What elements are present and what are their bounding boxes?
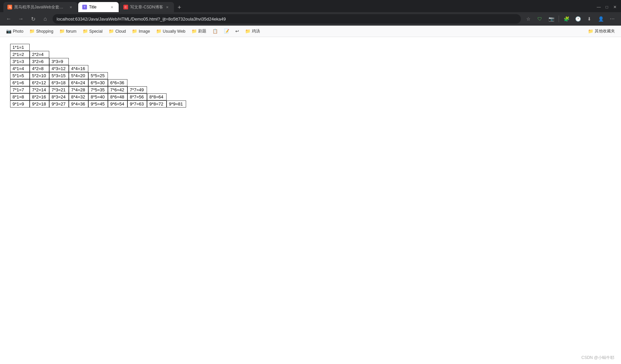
tab-2[interactable]: T Title ✕ (78, 2, 119, 12)
tab-2-close[interactable]: ✕ (109, 4, 115, 10)
history-icon[interactable]: 🕐 (573, 14, 583, 24)
bookmark-jitang[interactable]: 📁 鸡汤 (242, 27, 263, 35)
profile-icon[interactable]: 👤 (596, 14, 605, 24)
bookmark-forum[interactable]: 📁 forum (57, 28, 79, 35)
address-input[interactable] (53, 14, 521, 24)
table-row: 3*1=33*2=63*3=9 (10, 58, 614, 65)
bookmark-photo-label: Photo (13, 29, 23, 34)
table-cell: 8*6=48 (108, 93, 127, 100)
table-cell: 4*1=4 (10, 65, 30, 72)
table-cell: 7*1=7 (10, 86, 30, 93)
tab-3[interactable]: C 写文章-CSDN博客 ✕ (119, 2, 174, 12)
table-cell: 9*2=18 (30, 100, 49, 108)
table-cell: 8*1=8 (10, 93, 30, 100)
bookmark-icon3[interactable]: ↩ (233, 28, 242, 35)
table-cell: 9*4=36 (69, 100, 88, 108)
table-cell: 4*2=8 (30, 65, 49, 72)
table-cell: 8*2=16 (30, 93, 49, 100)
divider (559, 16, 559, 22)
table-cell: 7*4=28 (69, 86, 88, 93)
bookmark-photo[interactable]: 📷 Photo (3, 28, 26, 35)
table-row: 6*1=66*2=126*3=186*4=246*5=306*6=36 (10, 79, 614, 86)
bookmark-usually-web[interactable]: 📁 Usually Web (153, 28, 188, 35)
page-content: 1*1=12*1=22*2=43*1=33*2=63*3=94*1=44*2=8… (0, 37, 621, 340)
table-cell: 3*2=6 (30, 58, 49, 65)
folder-icon: 📁 (29, 29, 35, 34)
bookmark-special[interactable]: 📁 Special (80, 28, 105, 35)
table-cell: 9*8=72 (147, 100, 167, 108)
table-cell: 8*8=64 (147, 93, 167, 100)
bookmark-icon1[interactable]: 📋 (210, 28, 220, 35)
table-cell: 7*2=14 (30, 86, 49, 93)
folder-icon: 📁 (156, 29, 161, 34)
table-cell: 3*3=9 (49, 58, 69, 65)
bookmark-shopping[interactable]: 📁 Shopping (27, 28, 56, 35)
table-cell: 3*1=3 (10, 58, 30, 65)
table-cell: 9*9=81 (167, 100, 186, 108)
download-icon[interactable]: ⬇ (585, 14, 594, 24)
table-cell: 8*5=40 (88, 93, 108, 100)
window-controls: — □ ✕ (596, 4, 618, 10)
reload-button[interactable]: ↻ (28, 14, 38, 24)
table-cell: 7*5=35 (88, 86, 108, 93)
bookmark-other[interactable]: 📁 其他收藏夹 (585, 27, 618, 35)
tab-2-title: Title (89, 5, 108, 9)
bookmark-juti[interactable]: 📁 剧题 (189, 27, 209, 35)
folder-icon: 📁 (59, 29, 65, 34)
forward-button[interactable]: → (16, 14, 26, 24)
table-row: 1*1=1 (10, 44, 614, 51)
tab-3-title: 写文章-CSDN博客 (130, 4, 163, 10)
tabs-area: 马 黑马程序员JavaWeb全套教程, ✕ T Title ✕ C 写文章-CS… (3, 2, 592, 12)
table-cell: 2*2=4 (30, 51, 49, 58)
app-icon2: 📝 (224, 29, 229, 34)
bookmark-cloud[interactable]: 📁 Cloud (106, 28, 128, 35)
bookmark-shopping-label: Shopping (36, 29, 53, 34)
table-cell: 2*1=2 (10, 51, 30, 58)
table-cell: 6*6=36 (108, 79, 127, 86)
table-cell: 5*1=5 (10, 72, 30, 79)
tab-3-favicon: C (123, 5, 128, 9)
folder-icon: 📁 (191, 29, 197, 34)
star-icon[interactable]: ☆ (524, 14, 533, 24)
tab-3-close[interactable]: ✕ (165, 4, 170, 10)
screenshot-icon[interactable]: 📷 (546, 14, 556, 24)
table-cell: 6*3=18 (49, 79, 69, 86)
bookmark-image[interactable]: 📁 Image (129, 28, 152, 35)
table-cell: 9*6=54 (108, 100, 127, 108)
address-icons: ☆ 🛡 📷 🧩 🕐 ⬇ 👤 ⋯ (524, 14, 617, 24)
maximize-button[interactable]: □ (604, 4, 610, 10)
menu-icon[interactable]: ⋯ (608, 14, 617, 24)
table-cell: 7*3=21 (49, 86, 69, 93)
bookmark-cloud-label: Cloud (115, 29, 126, 34)
tab-2-favicon: T (82, 5, 87, 9)
folder-icon: 📁 (132, 29, 137, 34)
table-cell: 7*7=49 (127, 86, 147, 93)
folder-icon: 📁 (245, 29, 250, 34)
table-cell: 5*2=10 (30, 72, 49, 79)
table-cell: 8*4=32 (69, 93, 88, 100)
minimize-button[interactable]: — (596, 4, 601, 10)
tab-1[interactable]: 马 黑马程序员JavaWeb全套教程, ✕ (3, 2, 78, 12)
table-cell: 9*7=63 (127, 100, 147, 108)
tab-1-close[interactable]: ✕ (68, 4, 73, 10)
address-bar: ← → ↻ ⌂ ☆ 🛡 📷 🧩 🕐 ⬇ 👤 ⋯ (0, 12, 621, 26)
back-button[interactable]: ← (4, 14, 13, 24)
extension-icon[interactable]: 🧩 (562, 14, 571, 24)
bookmarks-bar: 📷 Photo 📁 Shopping 📁 forum 📁 Special 📁 C… (0, 26, 621, 37)
app-icon3: ↩ (235, 29, 239, 34)
bookmark-icon2[interactable]: 📝 (221, 28, 232, 35)
app-icon: 📋 (212, 29, 218, 34)
table-cell: 9*5=45 (88, 100, 108, 108)
table-row: 4*1=44*2=84*3=124*4=16 (10, 65, 614, 72)
close-button[interactable]: ✕ (612, 4, 618, 10)
table-cell: 6*4=24 (69, 79, 88, 86)
shield-icon[interactable]: 🛡 (535, 14, 544, 24)
new-tab-button[interactable]: + (175, 3, 184, 12)
table-cell: 4*3=12 (49, 65, 69, 72)
bookmark-other-label: 其他收藏夹 (595, 28, 615, 34)
table-cell: 5*4=20 (69, 72, 88, 79)
bookmark-jitang-label: 鸡汤 (252, 28, 260, 34)
table-row: 2*1=22*2=4 (10, 51, 614, 58)
home-button[interactable]: ⌂ (40, 14, 50, 24)
table-cell: 8*3=24 (49, 93, 69, 100)
